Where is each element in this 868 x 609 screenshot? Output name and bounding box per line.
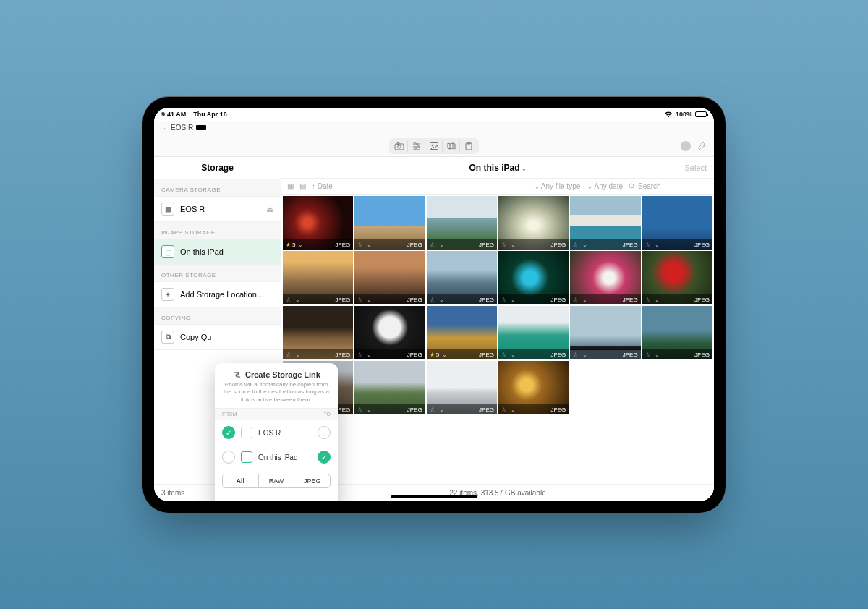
chevron-down-icon: ⌄ [582,297,587,303]
chevron-down-icon: ⌄ [655,297,660,303]
photo-tile[interactable]: ★5⌄JPEG [427,306,497,359]
tile-info-bar: ☆⌄JPEG [642,294,712,304]
sidebar-item-on-this-ipad[interactable]: ▢ On this iPad [154,239,281,265]
photo-tile[interactable]: ☆⌄JPEG [570,196,640,250]
chevron-down-icon: ⌄ [582,242,587,248]
home-indicator[interactable] [391,495,477,498]
photo-tile[interactable]: ☆⌄JPEG [354,196,425,250]
chevron-down-icon: ⌄ [511,297,516,303]
tile-format: JPEG [694,297,710,303]
photo-tile[interactable]: ☆⌄JPEG [427,361,497,414]
sliders-icon[interactable] [408,140,425,153]
photo-tile[interactable]: ☆⌄JPEG [570,306,640,359]
photo-tile[interactable]: ☆⌄JPEG [498,251,569,304]
photo-tile[interactable]: ☆⌄JPEG [642,306,712,359]
chevron-down-icon: ⌄ [655,242,660,248]
from-label: FROM [222,412,237,417]
list-view-icon[interactable]: ▤ [299,182,306,190]
eject-icon[interactable]: ⏏ [266,205,273,214]
sidebar-item-add-location[interactable]: ＋ Add Storage Location… [154,281,281,307]
main-title[interactable]: On this iPad⌄ [469,163,526,173]
popup-dest-row[interactable]: On this iPad ✓ [215,445,338,469]
map-icon[interactable] [443,140,460,153]
tile-info-bar: ☆⌄JPEG [354,349,425,359]
camera-icon[interactable] [391,140,408,153]
photo-tile[interactable]: ☆⌄JPEG [498,196,569,250]
select-button[interactable]: Select [684,163,707,172]
photo-tile[interactable]: ☆⌄JPEG [354,251,425,304]
help-icon[interactable] [681,141,691,151]
split-view: Storage CAMERA STORAGE ▤ EOS R ⏏ IN-APP … [154,157,714,501]
wifi-icon [664,111,673,118]
sidebar-item-label: EOS R [180,205,205,213]
star-outline-icon: ☆ [430,406,435,413]
tile-format: JPEG [479,242,494,248]
tile-format: JPEG [694,352,710,358]
sidebar-item-copy-queue[interactable]: ⧉ Copy Qu [154,324,281,350]
filter-date[interactable]: ⌄ Any date [586,182,623,190]
main-footer: 22 items, 313.57 GB available [281,484,714,501]
main-panel: On this iPad⌄ Select ▦ ▤ ↑ Date ⌄ Any fi… [281,157,714,501]
link-icon [232,370,242,379]
tile-info-bar: ☆⌄JPEG [283,294,353,304]
photo-icon[interactable] [425,140,443,153]
star-outline-icon: ☆ [573,297,578,303]
photo-tile[interactable]: ☆⌄JPEG [642,196,712,250]
seg-raw[interactable]: RAW [259,474,295,487]
tile-info-bar: ★5⌄JPEG [283,239,353,250]
svg-point-13 [629,184,634,188]
sidebar-item-label: Add Storage Location… [180,290,265,299]
photo-tile[interactable]: ☆⌄JPEG [283,306,353,359]
photo-tile[interactable]: ☆⌄JPEG [498,306,569,359]
star-outline-icon: ☆ [357,297,362,303]
grid-view-icon[interactable]: ▦ [287,182,294,190]
photo-tile[interactable]: ☆⌄JPEG [642,251,712,304]
tile-format: JPEG [623,297,638,303]
popup-header: Create Storage Link Photos will automati… [215,363,338,408]
photo-tile[interactable]: ☆⌄JPEG [354,306,425,359]
tile-format: JPEG [335,352,350,358]
status-date: Thu Apr 16 [193,111,227,118]
seg-jpeg[interactable]: JPEG [294,474,330,487]
dest-to-check[interactable]: ✓ [318,451,331,464]
seg-all[interactable]: All [223,474,259,487]
source-from-check[interactable]: ✓ [222,426,235,439]
photo-tile[interactable]: ☆⌄JPEG [354,361,425,414]
tile-info-bar: ☆⌄JPEG [498,404,569,414]
clipboard-icon[interactable] [460,140,477,153]
popup-source-row[interactable]: ✓ EOS R [215,420,338,445]
photo-tile[interactable]: ☆⌄JPEG [427,196,497,250]
tile-format: JPEG [335,242,350,248]
dest-label: On this iPad [258,453,297,461]
sort-button[interactable]: ↑ Date [312,182,333,190]
tile-format: JPEG [335,297,350,303]
copy-icon: ⧉ [161,331,174,344]
main-header: On this iPad⌄ Select [281,157,714,179]
tile-info-bar: ☆⌄JPEG [354,294,425,304]
device-battery-icon [196,125,206,130]
chevron-down-icon: ⌄ [522,166,527,172]
wrench-icon[interactable] [697,141,707,151]
search-input[interactable]: Search [629,182,708,190]
filter-filetype[interactable]: ⌄ Any file type [533,182,581,190]
tile-rating: 5 [436,352,439,358]
photo-tile[interactable]: ☆⌄JPEG [283,251,353,304]
source-to-check[interactable] [318,426,331,439]
device-subheader[interactable]: ⌄ EOS R [154,121,714,135]
sidebar-item-eosr[interactable]: ▤ EOS R ⏏ [154,196,281,222]
dest-from-check[interactable] [222,451,235,464]
star-outline-icon: ☆ [430,297,435,303]
tile-format: JPEG [550,352,566,358]
create-link-button[interactable]: Create Link [215,493,338,501]
sidebar-item-count: 3 items [161,489,184,497]
photo-tile[interactable]: ☆⌄JPEG [427,251,497,304]
tile-info-bar: ☆⌄JPEG [498,349,569,359]
folder-plus-icon: ＋ [161,288,174,301]
photo-tile[interactable]: ☆⌄JPEG [570,251,640,304]
tile-format: JPEG [479,297,494,303]
tile-info-bar: ☆⌄JPEG [354,404,425,414]
star-outline-icon: ☆ [286,297,291,303]
photo-tile[interactable]: ★5⌄JPEG [283,196,353,250]
photo-tile[interactable]: ☆⌄JPEG [498,361,569,414]
tile-info-bar: ☆⌄JPEG [642,349,712,359]
